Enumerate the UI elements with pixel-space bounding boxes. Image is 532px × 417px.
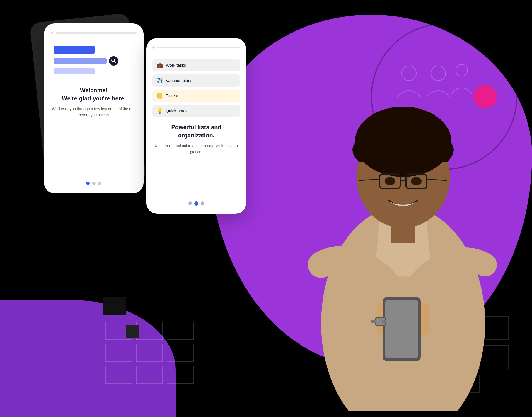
- phone-1-status-bar: [51, 32, 137, 34]
- svg-rect-17: [105, 366, 132, 384]
- svg-rect-15: [136, 344, 163, 362]
- phone-1-mockup: Welcome! We're glad you're here. We'll w…: [44, 23, 144, 193]
- search-bar-mid: [54, 58, 107, 64]
- phone-2-status-bar: [152, 46, 240, 49]
- search-bar-light: [54, 68, 95, 74]
- svg-rect-16: [167, 344, 193, 362]
- list-item-work-tasks: 💼 Work tasks: [152, 59, 240, 71]
- list-item-vacation-emoji: ✈️: [156, 77, 163, 84]
- phone-2-text: Powerful lists and organization. Use emo…: [152, 123, 240, 155]
- phone-1-title: Welcome! We're glad you're here.: [51, 86, 137, 102]
- phone-1-welcome-text: Welcome! We're glad you're here. We'll w…: [51, 86, 137, 118]
- pagination-dot-3: [98, 182, 101, 185]
- person-photo: [289, 104, 517, 411]
- svg-rect-13: [167, 322, 193, 340]
- svg-rect-36: [382, 320, 386, 323]
- svg-rect-18: [136, 366, 163, 384]
- svg-rect-19: [167, 366, 193, 384]
- pagination-dot-2-2: [194, 201, 198, 206]
- phone-2-title: Powerful lists and organization.: [152, 123, 240, 139]
- scene: Welcome! We're glad you're here. We'll w…: [0, 0, 532, 417]
- grid-decoration-left: [103, 319, 205, 394]
- search-icon: [109, 56, 118, 66]
- svg-rect-35: [371, 320, 376, 323]
- list-item-vacation: ✈️ Vacation plans: [152, 74, 240, 87]
- search-illustration: [51, 46, 137, 74]
- pagination-dot-2-1: [188, 201, 192, 205]
- svg-rect-33: [385, 300, 418, 358]
- pagination-dot-2: [92, 182, 96, 185]
- black-rect-2: [126, 325, 139, 338]
- svg-rect-30: [391, 225, 415, 243]
- svg-point-28: [385, 177, 395, 185]
- phone-2-status-line: [157, 47, 240, 48]
- list-item-notes-emoji: 💡: [156, 108, 163, 114]
- search-bar-blue: [54, 46, 95, 54]
- svg-rect-14: [105, 344, 132, 362]
- svg-point-0: [402, 66, 416, 81]
- black-rect-1: [103, 297, 126, 315]
- phone-1-pagination: [86, 176, 101, 185]
- pagination-dot-1: [86, 182, 90, 185]
- phone-1-status-line: [56, 32, 137, 34]
- list-item-read-label: To read: [166, 93, 180, 98]
- list-item-quick-notes: 💡 Quick notes: [152, 105, 240, 117]
- list-items-container: 💼 Work tasks ✈️ Vacation plans 📒 To read…: [152, 59, 240, 117]
- svg-point-2: [456, 64, 468, 76]
- svg-point-29: [411, 177, 422, 185]
- phone-1-subtitle: We'll walk you through a few key areas o…: [51, 106, 137, 118]
- svg-point-1: [431, 66, 446, 81]
- list-item-to-read: 📒 To read: [152, 90, 240, 102]
- phone-2-pagination: [188, 197, 204, 206]
- svg-rect-12: [136, 322, 163, 340]
- list-item-work-emoji: 💼: [156, 62, 163, 69]
- list-item-work-label: Work tasks: [166, 63, 186, 68]
- svg-line-38: [114, 61, 116, 63]
- phone-1-dot: [51, 32, 53, 34]
- list-item-read-emoji: 📒: [156, 93, 163, 99]
- phone-2-subtitle: Use emojis and color tags to recognize i…: [152, 143, 240, 155]
- list-item-notes-label: Quick notes: [166, 109, 187, 113]
- phone-2-mockup: 💼 Work tasks ✈️ Vacation plans 📒 To read…: [146, 38, 246, 214]
- list-item-vacation-label: Vacation plans: [166, 78, 192, 83]
- phone-2-dot: [152, 46, 155, 49]
- pagination-dot-2-3: [201, 201, 204, 205]
